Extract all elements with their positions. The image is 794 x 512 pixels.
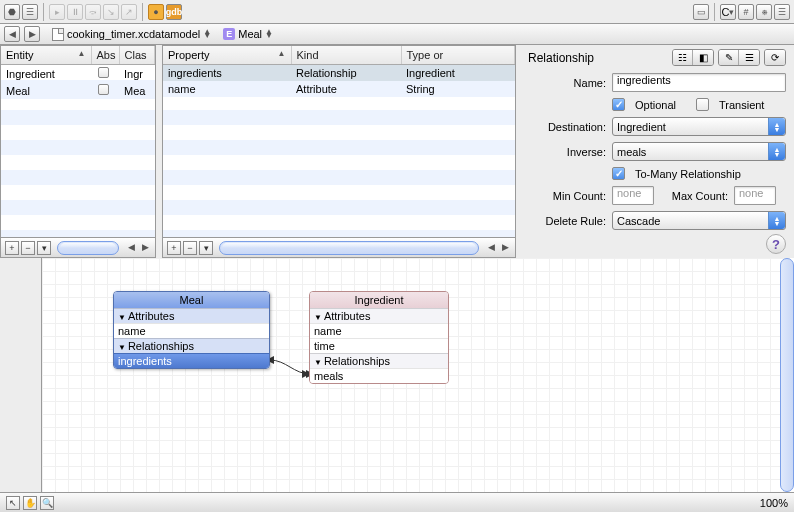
mincount-field[interactable]: none bbox=[612, 186, 654, 205]
transient-label: Transient bbox=[719, 99, 764, 111]
entity-icon: E bbox=[223, 28, 235, 40]
lock-icon[interactable]: ⎈ bbox=[756, 4, 772, 20]
remove-entity-button[interactable]: − bbox=[21, 241, 35, 255]
inverse-popup[interactable]: meals▲▼ bbox=[612, 142, 786, 161]
rel-ingredients[interactable]: ingredients bbox=[114, 353, 269, 368]
grid-icon[interactable]: # bbox=[738, 4, 754, 20]
entity-scrollbar[interactable] bbox=[57, 241, 119, 255]
inverse-label: Inverse: bbox=[528, 146, 606, 158]
property-menu-button[interactable]: ▾ bbox=[199, 241, 213, 255]
inspector-sync-button[interactable]: ⟳ bbox=[764, 49, 786, 66]
entity-crumb[interactable]: E Meal ▲▼ bbox=[219, 26, 277, 42]
attr-name[interactable]: name bbox=[114, 323, 269, 338]
hand-tool-icon[interactable]: ✋ bbox=[23, 496, 37, 510]
col-abstract[interactable]: Abs bbox=[91, 46, 119, 65]
breadcrumb: ◀ ▶ cooking_timer.xcdatamodel ▲▼ E Meal … bbox=[0, 24, 794, 45]
property-footer: + − ▾ ◀ ▶ bbox=[163, 237, 515, 257]
help-button[interactable]: ? bbox=[766, 234, 786, 254]
main-toolbar: ⬣ ☰ ▸ ⏸ ⤼ ↘ ↗ ● gdb ▭ C▾ # ⎈ ☰ bbox=[0, 0, 794, 24]
destination-popup[interactable]: Ingredient▲▼ bbox=[612, 117, 786, 136]
canvas-gutter bbox=[0, 258, 42, 492]
inspector-heading: Relationship bbox=[528, 51, 594, 65]
pointer-tool-icon[interactable]: ↖ bbox=[6, 496, 20, 510]
scroll-left-icon[interactable]: ◀ bbox=[125, 242, 137, 254]
forward-button[interactable]: ▶ bbox=[24, 26, 40, 42]
name-field[interactable]: ingredients bbox=[612, 73, 786, 92]
step-out-icon: ↗ bbox=[121, 4, 137, 20]
property-row-name[interactable]: name Attribute String bbox=[163, 81, 515, 97]
editor-mode-icon[interactable]: ▭ bbox=[693, 4, 709, 20]
entity-title: Meal bbox=[114, 292, 269, 308]
inspector-tool-seg[interactable]: ✎☰ bbox=[718, 49, 760, 66]
abstract-checkbox[interactable] bbox=[98, 67, 109, 78]
entity-footer: + − ▾ ◀ ▶ bbox=[1, 237, 155, 257]
property-scrollbar[interactable] bbox=[219, 241, 479, 255]
breakpoint-icon[interactable]: ● bbox=[148, 4, 164, 20]
col-entity[interactable]: Entity▲ bbox=[1, 46, 91, 65]
zoom-level[interactable]: 100% bbox=[760, 497, 788, 509]
abstract-checkbox[interactable] bbox=[98, 84, 109, 95]
col-class[interactable]: Clas bbox=[119, 46, 155, 65]
scroll-right-icon[interactable]: ▶ bbox=[139, 242, 151, 254]
entity-row-ingredient[interactable]: Ingredient Ingr bbox=[1, 65, 155, 82]
entity-list-panel: Entity▲ Abs Clas Ingredient Ingr Meal Me… bbox=[0, 45, 156, 258]
scroll-right-icon[interactable]: ▶ bbox=[499, 242, 511, 254]
deleterule-popup[interactable]: Cascade▲▼ bbox=[612, 211, 786, 230]
tomany-checkbox[interactable]: ✓ bbox=[612, 167, 625, 180]
continue-icon: ▸ bbox=[49, 4, 65, 20]
mincount-label: Min Count: bbox=[528, 190, 606, 202]
remove-property-button[interactable]: − bbox=[183, 241, 197, 255]
zoom-tool-icon[interactable]: 🔍 bbox=[40, 496, 54, 510]
attr-time[interactable]: time bbox=[310, 338, 448, 353]
document-icon bbox=[52, 28, 64, 41]
scroll-left-icon[interactable]: ◀ bbox=[485, 242, 497, 254]
optional-checkbox[interactable]: ✓ bbox=[612, 98, 625, 111]
list-icon[interactable]: ☰ bbox=[774, 4, 790, 20]
transient-checkbox[interactable] bbox=[696, 98, 709, 111]
rel-meals[interactable]: meals bbox=[310, 368, 448, 383]
entity-row-meal[interactable]: Meal Mea bbox=[1, 82, 155, 99]
inspector-panel: Relationship ☷◧ ✎☰ ⟳ Name: ingredients ✓… bbox=[520, 45, 794, 258]
property-row-ingredients[interactable]: ingredients Relationship Ingredient bbox=[163, 65, 515, 81]
status-bar: ↖ ✋ 🔍 100% bbox=[0, 492, 794, 512]
destination-label: Destination: bbox=[528, 121, 606, 133]
col-property[interactable]: Property▲ bbox=[163, 46, 291, 65]
col-kind[interactable]: Kind bbox=[291, 46, 401, 65]
stop-sign-icon[interactable]: ⬣ bbox=[4, 4, 20, 20]
add-property-button[interactable]: + bbox=[167, 241, 181, 255]
property-list-panel: Property▲ Kind Type or ingredients Relat… bbox=[162, 45, 516, 258]
col-type[interactable]: Type or bbox=[401, 46, 515, 65]
deleterule-label: Delete Rule: bbox=[528, 215, 606, 227]
back-button[interactable]: ◀ bbox=[4, 26, 20, 42]
entity-node-ingredient[interactable]: Ingredient ▼Attributes name time ▼Relati… bbox=[309, 291, 449, 384]
step-over-icon: ⤼ bbox=[85, 4, 101, 20]
tomany-label: To-Many Relationship bbox=[635, 168, 741, 180]
step-into-icon: ↘ bbox=[103, 4, 119, 20]
pause-icon: ⏸ bbox=[67, 4, 83, 20]
canvas-v-scrollbar[interactable] bbox=[780, 258, 794, 492]
attr-name[interactable]: name bbox=[310, 323, 448, 338]
optional-label: Optional bbox=[635, 99, 676, 111]
counterpart-icon[interactable]: C▾ bbox=[720, 4, 736, 20]
diagram-canvas[interactable]: Meal ▼Attributes name ▼Relationships ing… bbox=[0, 258, 794, 492]
gdb-icon[interactable]: gdb bbox=[166, 4, 182, 20]
maxcount-field[interactable]: none bbox=[734, 186, 776, 205]
entity-title: Ingredient bbox=[310, 292, 448, 308]
tasks-icon[interactable]: ☰ bbox=[22, 4, 38, 20]
entity-menu-button[interactable]: ▾ bbox=[37, 241, 51, 255]
file-crumb[interactable]: cooking_timer.xcdatamodel ▲▼ bbox=[48, 26, 215, 42]
add-entity-button[interactable]: + bbox=[5, 241, 19, 255]
maxcount-label: Max Count: bbox=[660, 190, 728, 202]
name-label: Name: bbox=[528, 77, 606, 89]
inspector-mode-seg[interactable]: ☷◧ bbox=[672, 49, 714, 66]
entity-node-meal[interactable]: Meal ▼Attributes name ▼Relationships ing… bbox=[113, 291, 270, 369]
